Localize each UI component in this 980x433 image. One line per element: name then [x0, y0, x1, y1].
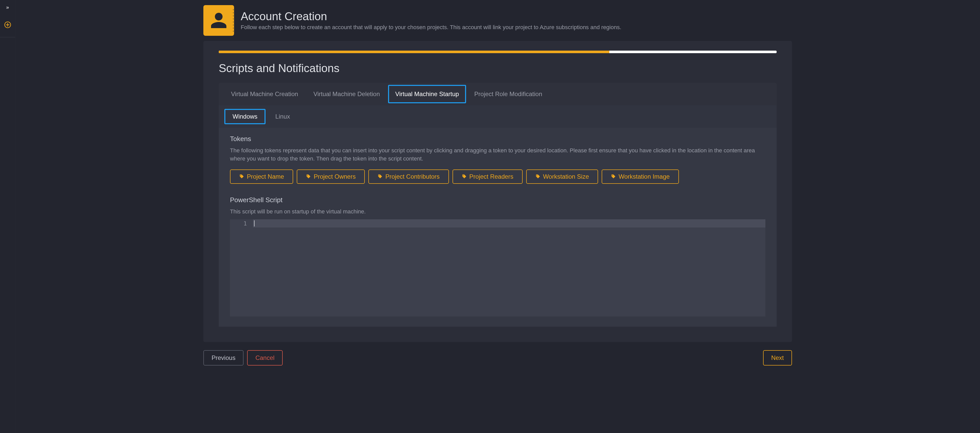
expand-sidebar-icon[interactable]: » — [6, 5, 9, 10]
tokens-heading: Tokens — [230, 135, 765, 143]
event-tabs: Virtual Machine Creation Virtual Machine… — [219, 83, 776, 105]
editor-cursor — [254, 220, 255, 227]
editor-active-line — [253, 219, 765, 227]
page-title: Account Creation — [241, 10, 621, 22]
add-icon[interactable] — [4, 21, 11, 29]
tag-icon — [239, 174, 244, 179]
token-project-owners[interactable]: Project Owners — [297, 170, 365, 184]
token-workstation-image[interactable]: Workstation Image — [602, 170, 679, 184]
editor-code-area[interactable] — [253, 219, 765, 316]
tab-vm-startup[interactable]: Virtual Machine Startup — [388, 85, 466, 103]
tab-linux[interactable]: Linux — [267, 109, 298, 124]
tag-icon — [462, 174, 467, 179]
token-label: Project Name — [247, 173, 284, 180]
page-subtitle: Follow each step below to create an acco… — [241, 24, 621, 31]
token-label: Project Contributors — [385, 173, 439, 180]
tag-icon — [611, 174, 616, 179]
section-title: Scripts and Notifications — [219, 62, 776, 75]
script-heading: PowerShell Script — [230, 196, 765, 204]
tag-icon — [306, 174, 311, 179]
account-icon — [204, 5, 234, 36]
tag-icon — [377, 174, 383, 179]
token-label: Workstation Image — [619, 173, 670, 180]
sidebar: » — [0, 0, 15, 433]
tag-icon — [535, 174, 541, 179]
sidebar-divider — [0, 37, 15, 37]
token-list: Project Name Project Owners Project Cont… — [230, 170, 765, 184]
page-header: Account Creation Follow each step below … — [204, 0, 792, 41]
line-number: 1 — [230, 220, 247, 227]
token-project-contributors[interactable]: Project Contributors — [368, 170, 449, 184]
token-project-readers[interactable]: Project Readers — [452, 170, 523, 184]
os-tabs: Windows Linux — [219, 105, 776, 128]
wizard-footer: Previous Cancel Next — [204, 350, 792, 365]
progress-bar — [219, 51, 776, 53]
script-description: This script will be run on startup of th… — [230, 208, 765, 216]
token-workstation-size[interactable]: Workstation Size — [526, 170, 598, 184]
wizard-panel: Scripts and Notifications Virtual Machin… — [204, 41, 792, 342]
token-project-name[interactable]: Project Name — [230, 170, 293, 184]
editor-gutter: 1 — [230, 219, 253, 316]
script-editor[interactable]: 1 — [230, 219, 765, 316]
next-button[interactable]: Next — [763, 350, 792, 365]
tab-vm-deletion[interactable]: Virtual Machine Deletion — [306, 85, 387, 103]
tab-project-role-modification[interactable]: Project Role Modification — [467, 85, 549, 103]
token-label: Project Readers — [469, 173, 514, 180]
tab-windows[interactable]: Windows — [224, 109, 266, 124]
tab-vm-creation[interactable]: Virtual Machine Creation — [224, 85, 305, 103]
token-label: Project Owners — [313, 173, 356, 180]
progress-fill — [219, 51, 609, 53]
previous-button[interactable]: Previous — [204, 350, 243, 365]
cancel-button[interactable]: Cancel — [247, 350, 283, 365]
script-config-panel: Tokens The following tokens represent da… — [219, 128, 776, 327]
tokens-description: The following tokens represent data that… — [230, 146, 765, 163]
token-label: Workstation Size — [543, 173, 589, 180]
